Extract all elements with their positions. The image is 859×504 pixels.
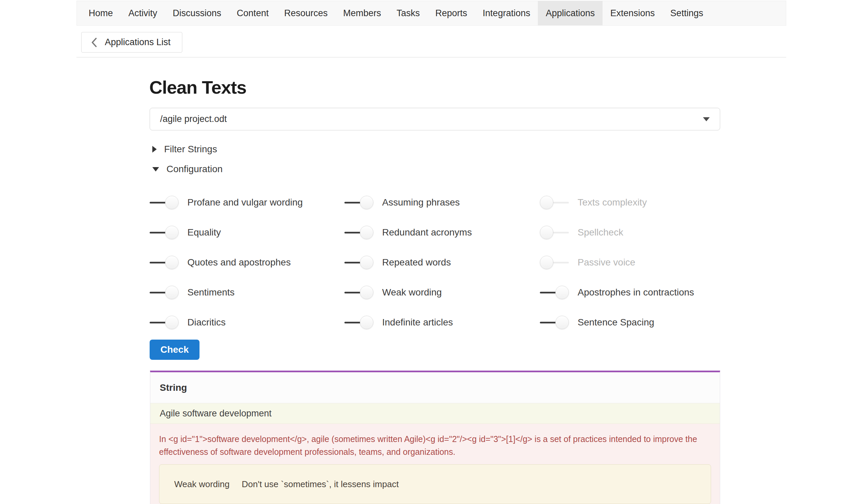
toggle-switch-equality[interactable] <box>150 225 179 240</box>
switch-knob <box>540 226 553 239</box>
switch-knob <box>555 316 569 329</box>
toggle-row-spellcheck: Spellcheck <box>540 217 720 247</box>
toggle-label: Sentence Spacing <box>577 317 654 328</box>
filter-strings-section-toggle[interactable]: Filter Strings <box>152 144 217 155</box>
configuration-section-toggle[interactable]: Configuration <box>152 164 223 174</box>
result-detail-section: In <g id="1">software development</g>, a… <box>150 424 720 504</box>
configuration-toggle-grid: Profane and vulgar wordingAssuming phras… <box>150 187 720 337</box>
toggle-label: Indefinite articles <box>382 317 453 328</box>
switch-knob <box>360 256 373 269</box>
result-string-row[interactable]: Agile software development <box>150 403 720 424</box>
back-button-label: Applications List <box>105 37 170 47</box>
toggle-switch-redundant-acronyms[interactable] <box>344 225 373 240</box>
switch-knob <box>165 286 179 299</box>
switch-knob <box>165 226 179 239</box>
switch-track <box>344 322 361 323</box>
issue-box: Weak wording Don't use `sometimes`, it l… <box>159 464 711 504</box>
toggle-label: Spellcheck <box>577 227 623 238</box>
app-window: HomeActivityDiscussionsContentResourcesM… <box>0 0 859 504</box>
toggle-label: Repeated words <box>382 257 451 268</box>
toggle-label: Quotes and apostrophes <box>187 257 291 268</box>
toggle-row-sentiments: Sentiments <box>150 277 344 307</box>
issue-message: Don't use `sometimes`, it lessens impact <box>242 479 399 489</box>
toggle-switch-sentence-spacing[interactable] <box>540 315 569 330</box>
switch-track <box>552 262 569 263</box>
nav-item-content[interactable]: Content <box>229 1 277 25</box>
switch-knob <box>360 316 373 329</box>
switch-track <box>150 292 166 293</box>
switch-track <box>552 202 569 203</box>
switch-track <box>344 202 361 203</box>
toggle-row-repeated-words: Repeated words <box>344 247 540 277</box>
switch-track <box>552 232 569 233</box>
toggle-row-assuming-phrases: Assuming phrases <box>344 187 540 217</box>
toggle-switch-repeated-words[interactable] <box>344 255 373 270</box>
switch-track <box>150 202 166 203</box>
check-button[interactable]: Check <box>150 340 199 360</box>
toggle-label: Profane and vulgar wording <box>187 197 303 208</box>
results-header: String <box>150 372 720 403</box>
toggle-switch-texts-complexity[interactable] <box>540 195 569 210</box>
back-to-applications-list-button[interactable]: Applications List <box>81 32 182 52</box>
toggle-switch-weak-wording[interactable] <box>344 285 373 300</box>
toggle-switch-diacritics[interactable] <box>150 315 179 330</box>
file-select-dropdown[interactable]: /agile project.odt <box>150 108 720 131</box>
results-panel: String Agile software development In <g … <box>150 371 720 504</box>
toggle-switch-apostrophes-in-contractions[interactable] <box>540 285 569 300</box>
switch-knob <box>360 226 373 239</box>
toggle-switch-profane-and-vulgar-wording[interactable] <box>150 195 179 210</box>
switch-knob <box>165 256 179 269</box>
toggle-switch-indefinite-articles[interactable] <box>344 315 373 330</box>
toggle-label: Redundant acronyms <box>382 227 472 238</box>
switch-track <box>344 232 361 233</box>
toggle-switch-passive-voice[interactable] <box>540 255 569 270</box>
switch-track <box>150 322 166 323</box>
switch-knob <box>540 196 553 209</box>
toggle-switch-sentiments[interactable] <box>150 285 179 300</box>
nav-item-home[interactable]: Home <box>81 1 121 25</box>
header-divider <box>76 57 786 58</box>
nav-item-members[interactable]: Members <box>335 1 389 25</box>
toggle-switch-spellcheck[interactable] <box>540 225 569 240</box>
nav-item-extensions[interactable]: Extensions <box>603 1 663 25</box>
toggle-row-apostrophes-in-contractions: Apostrophes in contractions <box>540 277 720 307</box>
switch-track <box>150 232 166 233</box>
nav-item-applications[interactable]: Applications <box>538 1 603 25</box>
nav-item-integrations[interactable]: Integrations <box>475 1 538 25</box>
switch-knob <box>555 286 569 299</box>
configuration-label: Configuration <box>166 164 223 174</box>
toggle-row-sentence-spacing: Sentence Spacing <box>540 307 720 337</box>
switch-knob <box>165 196 179 209</box>
toggle-switch-assuming-phrases[interactable] <box>344 195 373 210</box>
nav-item-activity[interactable]: Activity <box>121 1 165 25</box>
switch-knob <box>540 256 553 269</box>
nav-item-tasks[interactable]: Tasks <box>389 1 428 25</box>
toggle-row-passive-voice: Passive voice <box>540 247 720 277</box>
triangle-down-icon <box>152 167 159 171</box>
toggle-row-profane-and-vulgar-wording: Profane and vulgar wording <box>150 187 344 217</box>
toggle-row-redundant-acronyms: Redundant acronyms <box>344 217 540 247</box>
nav-item-settings[interactable]: Settings <box>663 1 711 25</box>
toggle-label: Weak wording <box>382 287 442 298</box>
caret-down-icon <box>703 117 710 121</box>
page-title: Clean Texts <box>149 77 246 98</box>
toggle-switch-quotes-and-apostrophes[interactable] <box>150 255 179 270</box>
toggle-row-indefinite-articles: Indefinite articles <box>344 307 540 337</box>
filter-strings-label: Filter Strings <box>164 144 217 155</box>
switch-track <box>540 292 557 293</box>
nav-item-discussions[interactable]: Discussions <box>165 1 229 25</box>
toggle-label: Sentiments <box>187 287 235 298</box>
file-select-value: /agile project.odt <box>160 114 227 124</box>
switch-knob <box>360 286 373 299</box>
nav-item-reports[interactable]: Reports <box>428 1 475 25</box>
issue-type-label: Weak wording <box>174 479 229 489</box>
toggle-label: Texts complexity <box>577 197 647 208</box>
nav-item-resources[interactable]: Resources <box>276 1 335 25</box>
toggle-row-equality: Equality <box>150 217 344 247</box>
toggle-row-quotes-and-apostrophes: Quotes and apostrophes <box>150 247 344 277</box>
switch-track <box>540 322 557 323</box>
toggle-label: Diacritics <box>187 317 226 328</box>
toggle-label: Passive voice <box>577 257 635 268</box>
switch-track <box>150 262 166 263</box>
triangle-right-icon <box>152 146 157 153</box>
